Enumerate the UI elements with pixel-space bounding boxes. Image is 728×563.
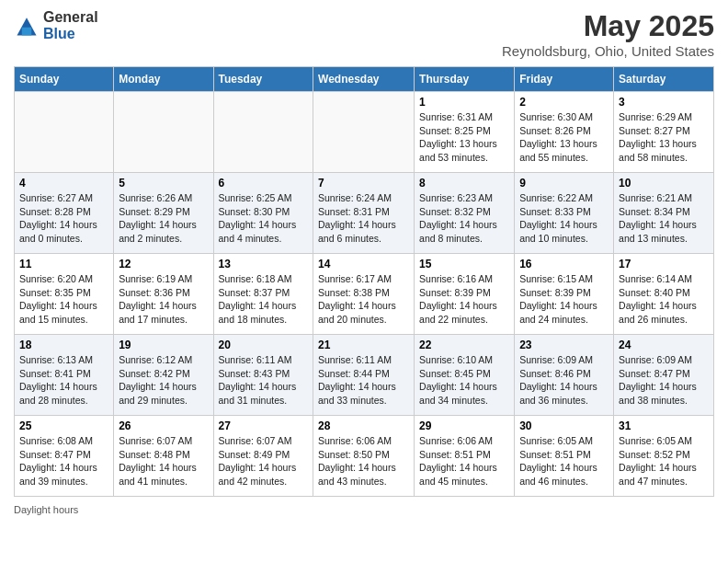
day-number: 12 <box>119 258 208 270</box>
day-info: Sunrise: 6:12 AM Sunset: 8:42 PM Dayligh… <box>119 353 208 408</box>
calendar-cell: 26Sunrise: 6:07 AM Sunset: 8:48 PM Dayli… <box>114 416 213 497</box>
day-info: Sunrise: 6:11 AM Sunset: 8:43 PM Dayligh… <box>219 353 309 408</box>
header-day-monday: Monday <box>114 67 213 92</box>
calendar-cell: 3Sunrise: 6:29 AM Sunset: 8:27 PM Daylig… <box>614 92 714 173</box>
calendar-cell: 25Sunrise: 6:08 AM Sunset: 8:47 PM Dayli… <box>15 416 114 497</box>
daylight-label: Daylight hours <box>14 504 78 515</box>
day-info: Sunrise: 6:08 AM Sunset: 8:47 PM Dayligh… <box>19 434 108 488</box>
header-day-saturday: Saturday <box>614 67 714 92</box>
day-number: 15 <box>419 258 509 270</box>
day-info: Sunrise: 6:13 AM Sunset: 8:41 PM Dayligh… <box>19 353 108 408</box>
calendar-cell <box>313 92 415 173</box>
day-info: Sunrise: 6:11 AM Sunset: 8:44 PM Dayligh… <box>318 353 409 408</box>
calendar-cell: 22Sunrise: 6:10 AM Sunset: 8:45 PM Dayli… <box>415 335 515 416</box>
day-info: Sunrise: 6:18 AM Sunset: 8:37 PM Dayligh… <box>219 272 309 327</box>
day-number: 11 <box>19 258 108 270</box>
day-number: 5 <box>119 177 208 190</box>
calendar-cell: 18Sunrise: 6:13 AM Sunset: 8:41 PM Dayli… <box>15 335 114 416</box>
calendar-week-2: 4Sunrise: 6:27 AM Sunset: 8:28 PM Daylig… <box>15 173 714 254</box>
day-info: Sunrise: 6:09 AM Sunset: 8:47 PM Dayligh… <box>619 353 709 408</box>
logo: General Blue <box>14 9 98 41</box>
subtitle: Reynoldsburg, Ohio, United States <box>502 43 714 59</box>
day-info: Sunrise: 6:31 AM Sunset: 8:25 PM Dayligh… <box>419 110 509 165</box>
day-info: Sunrise: 6:19 AM Sunset: 8:36 PM Dayligh… <box>119 272 208 327</box>
day-number: 27 <box>219 419 309 432</box>
day-number: 2 <box>519 96 609 109</box>
day-info: Sunrise: 6:25 AM Sunset: 8:30 PM Dayligh… <box>219 191 309 246</box>
logo-general-text: General <box>43 9 98 26</box>
calendar-cell <box>15 92 114 173</box>
day-number: 1 <box>419 96 509 109</box>
day-info: Sunrise: 6:06 AM Sunset: 8:50 PM Dayligh… <box>318 434 409 488</box>
day-number: 23 <box>519 339 609 351</box>
day-number: 9 <box>519 177 609 190</box>
calendar-cell: 27Sunrise: 6:07 AM Sunset: 8:49 PM Dayli… <box>213 416 313 497</box>
calendar-cell: 28Sunrise: 6:06 AM Sunset: 8:50 PM Dayli… <box>313 416 415 497</box>
day-info: Sunrise: 6:29 AM Sunset: 8:27 PM Dayligh… <box>619 110 709 165</box>
day-info: Sunrise: 6:07 AM Sunset: 8:48 PM Dayligh… <box>119 434 208 488</box>
calendar-week-1: 1Sunrise: 6:31 AM Sunset: 8:25 PM Daylig… <box>15 92 714 173</box>
calendar-cell: 4Sunrise: 6:27 AM Sunset: 8:28 PM Daylig… <box>15 173 114 254</box>
day-info: Sunrise: 6:10 AM Sunset: 8:45 PM Dayligh… <box>419 353 509 408</box>
day-info: Sunrise: 6:05 AM Sunset: 8:52 PM Dayligh… <box>619 434 709 488</box>
day-info: Sunrise: 6:27 AM Sunset: 8:28 PM Dayligh… <box>19 191 108 246</box>
day-info: Sunrise: 6:23 AM Sunset: 8:32 PM Dayligh… <box>419 191 509 246</box>
day-number: 14 <box>318 258 409 270</box>
header-day-wednesday: Wednesday <box>313 67 415 92</box>
calendar-cell: 9Sunrise: 6:22 AM Sunset: 8:33 PM Daylig… <box>515 173 614 254</box>
day-info: Sunrise: 6:07 AM Sunset: 8:49 PM Dayligh… <box>219 434 309 488</box>
day-number: 25 <box>19 419 108 432</box>
header-day-friday: Friday <box>515 67 614 92</box>
day-number: 30 <box>519 419 609 432</box>
day-info: Sunrise: 6:30 AM Sunset: 8:26 PM Dayligh… <box>519 110 609 165</box>
day-info: Sunrise: 6:22 AM Sunset: 8:33 PM Dayligh… <box>519 191 609 246</box>
day-info: Sunrise: 6:26 AM Sunset: 8:29 PM Dayligh… <box>119 191 208 246</box>
calendar-cell: 10Sunrise: 6:21 AM Sunset: 8:34 PM Dayli… <box>614 173 714 254</box>
calendar-cell: 23Sunrise: 6:09 AM Sunset: 8:46 PM Dayli… <box>515 335 614 416</box>
calendar-cell: 14Sunrise: 6:17 AM Sunset: 8:38 PM Dayli… <box>313 254 415 335</box>
calendar-week-4: 18Sunrise: 6:13 AM Sunset: 8:41 PM Dayli… <box>15 335 714 416</box>
day-number: 6 <box>219 177 309 190</box>
day-number: 31 <box>619 419 709 432</box>
day-number: 4 <box>19 177 108 190</box>
day-info: Sunrise: 6:06 AM Sunset: 8:51 PM Dayligh… <box>419 434 509 488</box>
day-number: 22 <box>419 339 509 351</box>
svg-marker-1 <box>22 27 32 35</box>
calendar-cell <box>114 92 213 173</box>
day-number: 7 <box>318 177 409 190</box>
calendar-cell: 24Sunrise: 6:09 AM Sunset: 8:47 PM Dayli… <box>614 335 714 416</box>
day-info: Sunrise: 6:05 AM Sunset: 8:51 PM Dayligh… <box>519 434 609 488</box>
day-number: 19 <box>119 339 208 351</box>
calendar-cell: 20Sunrise: 6:11 AM Sunset: 8:43 PM Dayli… <box>213 335 313 416</box>
day-number: 8 <box>419 177 509 190</box>
day-info: Sunrise: 6:14 AM Sunset: 8:40 PM Dayligh… <box>619 272 709 327</box>
calendar-cell: 31Sunrise: 6:05 AM Sunset: 8:52 PM Dayli… <box>614 416 714 497</box>
day-number: 10 <box>619 177 709 190</box>
calendar-cell: 21Sunrise: 6:11 AM Sunset: 8:44 PM Dayli… <box>313 335 415 416</box>
calendar-cell: 2Sunrise: 6:30 AM Sunset: 8:26 PM Daylig… <box>515 92 614 173</box>
day-number: 26 <box>119 419 208 432</box>
day-info: Sunrise: 6:17 AM Sunset: 8:38 PM Dayligh… <box>318 272 409 327</box>
day-info: Sunrise: 6:16 AM Sunset: 8:39 PM Dayligh… <box>419 272 509 327</box>
logo-blue-text: Blue <box>43 26 98 42</box>
calendar-cell: 16Sunrise: 6:15 AM Sunset: 8:39 PM Dayli… <box>515 254 614 335</box>
day-number: 20 <box>219 339 309 351</box>
main-title: May 2025 <box>502 9 714 43</box>
day-number: 24 <box>619 339 709 351</box>
calendar-cell: 7Sunrise: 6:24 AM Sunset: 8:31 PM Daylig… <box>313 173 415 254</box>
header-day-sunday: Sunday <box>15 67 114 92</box>
header-day-thursday: Thursday <box>415 67 515 92</box>
day-info: Sunrise: 6:21 AM Sunset: 8:34 PM Dayligh… <box>619 191 709 246</box>
day-info: Sunrise: 6:09 AM Sunset: 8:46 PM Dayligh… <box>519 353 609 408</box>
day-info: Sunrise: 6:24 AM Sunset: 8:31 PM Dayligh… <box>318 191 409 246</box>
day-info: Sunrise: 6:20 AM Sunset: 8:35 PM Dayligh… <box>19 272 108 327</box>
day-number: 18 <box>19 339 108 351</box>
calendar-cell: 8Sunrise: 6:23 AM Sunset: 8:32 PM Daylig… <box>415 173 515 254</box>
day-number: 29 <box>419 419 509 432</box>
day-number: 3 <box>619 96 709 109</box>
calendar-cell: 17Sunrise: 6:14 AM Sunset: 8:40 PM Dayli… <box>614 254 714 335</box>
day-number: 21 <box>318 339 409 351</box>
calendar-cell: 1Sunrise: 6:31 AM Sunset: 8:25 PM Daylig… <box>415 92 515 173</box>
day-number: 17 <box>619 258 709 270</box>
day-info: Sunrise: 6:15 AM Sunset: 8:39 PM Dayligh… <box>519 272 609 327</box>
